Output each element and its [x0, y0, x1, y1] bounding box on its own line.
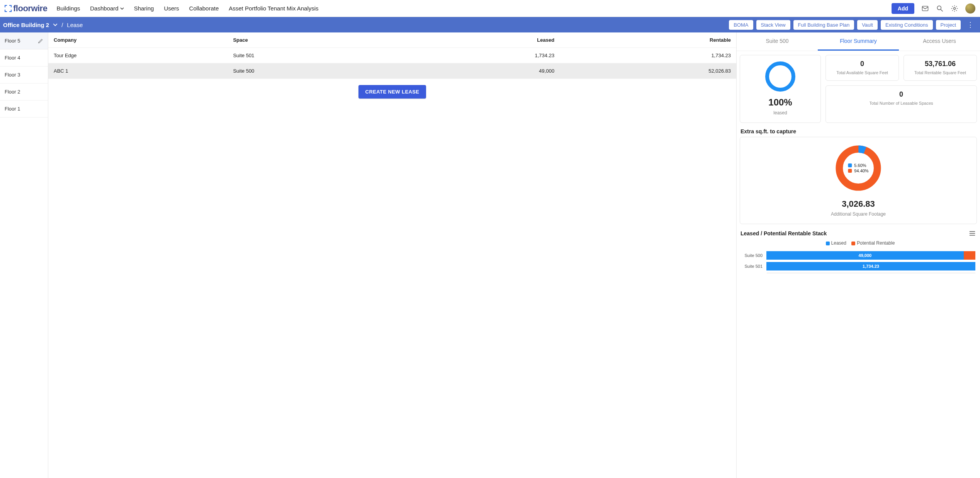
pill-baseplan[interactable]: Full Building Base Plan [793, 20, 854, 30]
pill-project[interactable]: Project [936, 20, 961, 30]
summary-cards: 100% leased 0 Total Available Square Fee… [737, 51, 980, 123]
bar-row: Suite 501 1,734.23 [741, 262, 975, 270]
pill-existing[interactable]: Existing Conditions [881, 20, 933, 30]
building-name: Office Building 2 [3, 22, 49, 28]
crumb-page: Lease [67, 22, 83, 28]
floor-label: Floor 2 [5, 89, 20, 95]
pill-vault[interactable]: Vault [857, 20, 878, 30]
spaces-label: Total Number of Leasable Spaces [829, 101, 973, 105]
tab-access-users[interactable]: Access Users [899, 32, 980, 51]
sub-header: Office Building 2 / Lease BOMA Stack Vie… [0, 17, 980, 32]
top-nav: floorwire Buildings Dashboard Sharing Us… [0, 0, 980, 17]
logo[interactable]: floorwire [5, 3, 47, 14]
bar-seg-leased: 49,000 [766, 251, 964, 260]
nav-users[interactable]: Users [164, 5, 179, 12]
legend-potential: Potential Rentable [857, 240, 895, 246]
nav-collaborate[interactable]: Collaborate [189, 5, 219, 12]
nav-buildings[interactable]: Buildings [56, 5, 80, 12]
floor-label: Floor 4 [5, 55, 20, 61]
view-pills: BOMA Stack View Full Building Base Plan … [729, 20, 977, 30]
body: Floor 5 Floor 4 Floor 3 Floor 2 Floor 1 … [0, 32, 980, 478]
create-lease-button[interactable]: CREATE NEW LEASE [358, 85, 426, 99]
svg-line-2 [941, 9, 943, 11]
search-icon[interactable] [936, 5, 944, 12]
nav-dashboard[interactable]: Dashboard [90, 5, 124, 12]
mail-icon[interactable] [921, 5, 929, 12]
nav-dashboard-label: Dashboard [90, 5, 118, 12]
more-icon[interactable]: ⋮ [964, 20, 977, 29]
summary-tabs: Suite 500 Floor Summary Access Users [737, 32, 980, 51]
floor-list: Floor 5 Floor 4 Floor 3 Floor 2 Floor 1 [0, 32, 48, 478]
floor-item-3[interactable]: Floor 3 [0, 66, 48, 83]
legend-swatch-blue-icon [826, 242, 830, 245]
pill-boma[interactable]: BOMA [729, 20, 753, 30]
available-label: Total Available Square Feet [829, 70, 895, 75]
stack-title: Leased / Potential Rentable Stack [741, 230, 827, 236]
floor-item-2[interactable]: Floor 2 [0, 83, 48, 100]
extra-value: 3,026.83 [743, 199, 973, 209]
bar-label: Suite 500 [741, 253, 763, 258]
svg-point-3 [954, 7, 956, 9]
crumb-sep: / [61, 22, 63, 28]
svg-point-1 [937, 6, 941, 10]
floor-item-1[interactable]: Floor 1 [0, 100, 48, 117]
top-icon-row [921, 3, 975, 14]
legend-blue-text: 5.60% [854, 163, 866, 168]
rentable-label: Total Rentable Square Feet [907, 70, 973, 75]
extra-sub: Additional Square Footage [743, 211, 973, 217]
chevron-down-icon[interactable] [53, 22, 58, 27]
add-button[interactable]: Add [892, 3, 914, 14]
leased-pct-card: 100% leased [740, 55, 821, 123]
card-rentable: 53,761.06 Total Rentable Square Feet [904, 55, 977, 81]
cell-leased: 1,734.23 [398, 48, 560, 63]
chevron-down-icon [120, 7, 124, 10]
floor-label: Floor 3 [5, 72, 20, 78]
legend-swatch-orange-icon [851, 242, 855, 245]
floor-label: Floor 1 [5, 106, 20, 112]
legend-leased: Leased [831, 240, 846, 246]
nav-tenant-mix[interactable]: Asset Portfolio Tenant Mix Analysis [229, 5, 318, 12]
gear-icon[interactable] [951, 5, 958, 12]
cell-space: Suite 500 [228, 63, 398, 79]
floor-item-4[interactable]: Floor 4 [0, 49, 48, 66]
table-row[interactable]: Tour Edge Suite 501 1,734.23 1,734.23 [48, 48, 736, 63]
table-row[interactable]: ABC 1 Suite 500 49,000 52,026.83 [48, 63, 736, 79]
card-spaces: 0 Total Number of Leasable Spaces [825, 85, 977, 123]
col-leased[interactable]: Leased [398, 32, 560, 48]
cell-leased: 49,000 [398, 63, 560, 79]
col-rentable[interactable]: Rentable [560, 32, 736, 48]
logo-text: floorwire [13, 3, 47, 14]
available-value: 0 [829, 60, 895, 68]
bar-row: Suite 500 49,000 [741, 251, 975, 260]
lease-table: Company Space Leased Rentable Tour Edge … [48, 32, 736, 79]
bar-seg-potential [964, 251, 975, 260]
floor-label: Floor 5 [5, 38, 20, 44]
chart-menu-icon[interactable] [969, 231, 975, 236]
avatar[interactable] [965, 3, 975, 14]
svg-rect-0 [922, 6, 928, 11]
col-company[interactable]: Company [48, 32, 228, 48]
cell-company: Tour Edge [48, 48, 228, 63]
legend-swatch-orange-icon [848, 169, 852, 173]
edit-icon[interactable] [38, 38, 43, 44]
legend-swatch-blue-icon [848, 163, 852, 167]
extra-title: Extra sq.ft. to capture [737, 123, 980, 137]
bar-seg-text: 49,000 [859, 253, 872, 258]
tab-floor-summary[interactable]: Floor Summary [818, 32, 899, 51]
building-selector[interactable]: Office Building 2 [3, 22, 49, 28]
card-available: 0 Total Available Square Feet [825, 55, 899, 81]
bar-label: Suite 501 [741, 264, 763, 269]
nav-sharing[interactable]: Sharing [134, 5, 154, 12]
stack-axis [767, 273, 975, 274]
nav-links: Buildings Dashboard Sharing Users Collab… [56, 5, 318, 12]
donut-legend: 5.60% 94.40% [848, 162, 868, 174]
stack-legend: Leased Potential Rentable [737, 239, 980, 249]
floor-item-5[interactable]: Floor 5 [0, 32, 48, 49]
pill-stackview[interactable]: Stack View [756, 20, 790, 30]
col-space[interactable]: Space [228, 32, 398, 48]
leased-pct-label: leased [743, 110, 817, 116]
tab-suite[interactable]: Suite 500 [737, 32, 818, 51]
stack-bars: Suite 500 49,000 Suite 501 1,734.23 [737, 251, 980, 270]
cell-space: Suite 501 [228, 48, 398, 63]
bar-seg-leased: 1,734.23 [766, 262, 975, 270]
